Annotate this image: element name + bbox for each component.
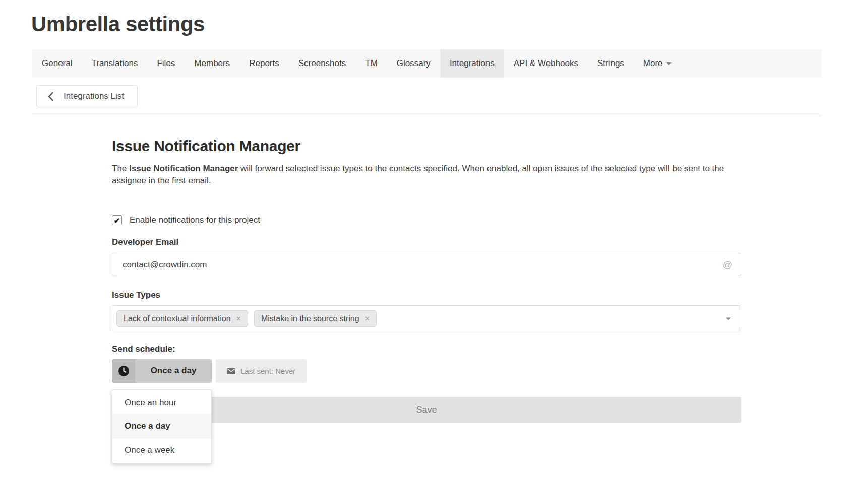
schedule-selected-label: Once a day (135, 359, 212, 383)
clock-icon (112, 359, 135, 383)
tab-files[interactable]: Files (147, 49, 185, 78)
schedule-option-once-an-hour[interactable]: Once an hour (112, 391, 211, 414)
last-sent-button[interactable]: Last sent: Never (216, 359, 307, 383)
integrations-list-back-button[interactable]: Integrations List (36, 85, 138, 107)
developer-email-field: Developer Email @ (112, 237, 741, 276)
issue-types-field: Issue Types Lack of contextual informati… (112, 290, 741, 331)
issue-type-tag-label: Mistake in the source string (261, 314, 359, 323)
at-sign-icon: @ (723, 259, 733, 270)
checkbox-checked-icon[interactable]: ✔ (112, 215, 122, 225)
chevron-left-icon (48, 92, 53, 101)
settings-tab-bar: General Translations Files Members Repor… (32, 49, 822, 78)
tab-screenshots[interactable]: Screenshots (289, 49, 356, 78)
last-sent-label: Last sent: Never (240, 367, 295, 375)
issue-types-label: Issue Types (112, 290, 741, 300)
tab-api-webhooks[interactable]: API & Webhooks (504, 49, 588, 78)
schedule-dropdown-menu: Once an hour Once a day Once a week (112, 389, 212, 464)
remove-tag-icon[interactable]: × (365, 314, 370, 323)
chevron-down-icon[interactable] (726, 317, 731, 320)
page-title: Umbrella settings (31, 12, 854, 36)
integration-settings-panel: Issue Notification Manager The Issue Not… (112, 138, 741, 423)
section-heading: Issue Notification Manager (112, 138, 741, 155)
tab-members[interactable]: Members (185, 49, 239, 78)
tab-tm[interactable]: TM (355, 49, 387, 78)
chevron-down-icon (666, 62, 672, 65)
issue-type-tag: Mistake in the source string × (254, 310, 377, 327)
issue-type-tag: Lack of contextual information × (116, 310, 248, 327)
envelope-icon (227, 368, 235, 374)
tab-strings[interactable]: Strings (588, 49, 634, 78)
developer-email-label: Developer Email (112, 237, 741, 247)
remove-tag-icon[interactable]: × (236, 314, 241, 323)
tab-general[interactable]: General (32, 49, 82, 78)
send-schedule-label: Send schedule: (112, 344, 741, 354)
issue-types-select[interactable]: Lack of contextual information × Mistake… (112, 305, 741, 331)
schedule-option-once-a-day[interactable]: Once a day (112, 414, 211, 438)
section-description: The Issue Notification Manager will forw… (112, 163, 741, 187)
tab-more-label: More (643, 49, 663, 78)
tab-integrations[interactable]: Integrations (440, 49, 504, 78)
schedule-dropdown-button[interactable]: Once a day (112, 359, 212, 383)
enable-notifications-label: Enable notifications for this project (130, 215, 260, 225)
enable-notifications-row[interactable]: ✔ Enable notifications for this project (112, 215, 260, 225)
developer-email-input[interactable] (112, 253, 741, 276)
back-row: Integrations List (32, 78, 822, 116)
send-schedule-field: Send schedule: Once a day Last sent: Nev… (112, 344, 741, 423)
tab-glossary[interactable]: Glossary (387, 49, 440, 78)
tab-translations[interactable]: Translations (82, 49, 147, 78)
tab-more[interactable]: More (634, 49, 681, 78)
back-button-label: Integrations List (64, 91, 124, 101)
tab-reports[interactable]: Reports (239, 49, 289, 78)
issue-type-tag-label: Lack of contextual information (124, 314, 231, 323)
schedule-option-once-a-week[interactable]: Once a week (112, 438, 211, 462)
